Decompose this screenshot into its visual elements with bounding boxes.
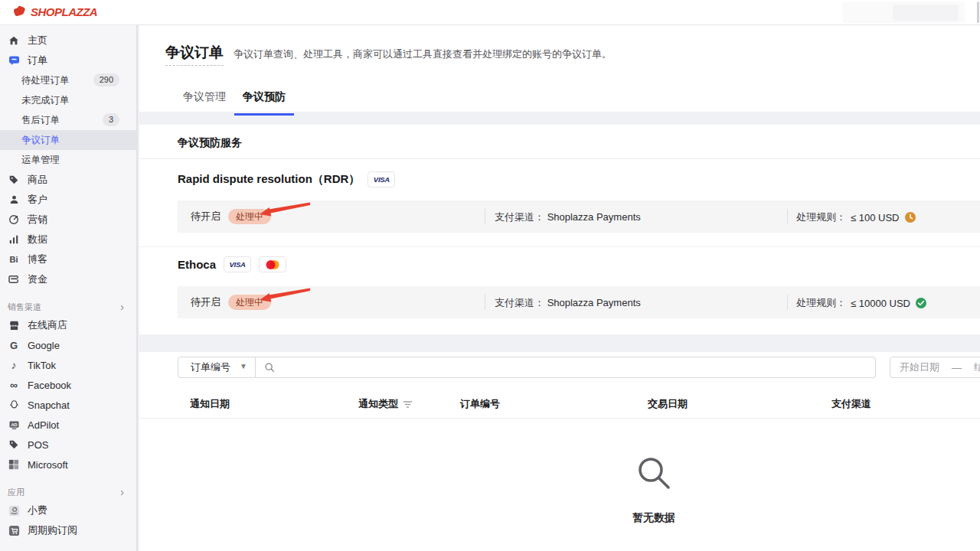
sidebar-item-subscription[interactable]: 周期购订阅 bbox=[0, 520, 136, 540]
search-input[interactable] bbox=[281, 362, 848, 373]
sidebar-section-sales-channels[interactable]: 销售渠道 › bbox=[0, 298, 136, 315]
sidebar-item-adpilot[interactable]: AD AdPilot bbox=[0, 415, 136, 435]
sidebar-item-marketing[interactable]: 营销 bbox=[0, 210, 136, 230]
page-description: 争议订单查询、处理工具，商家可以通过工具直接查看并处理绑定的账号的争议订单。 bbox=[234, 47, 612, 61]
sidebar-item-snapchat[interactable]: Snapchat bbox=[0, 395, 136, 415]
orders-icon bbox=[8, 54, 20, 67]
sidebar-item-orders[interactable]: 订单 bbox=[0, 51, 136, 70]
snapchat-icon bbox=[8, 399, 20, 411]
visa-icon: VISA bbox=[374, 175, 390, 184]
filter-icon[interactable] bbox=[403, 400, 413, 409]
products-icon bbox=[8, 174, 20, 186]
sidebar-item-label: 售后订单 bbox=[21, 114, 60, 127]
tab-dispute-management[interactable]: 争议管理 bbox=[175, 84, 234, 116]
google-icon: G bbox=[8, 339, 20, 351]
sidebar-item-customers[interactable]: 客户 bbox=[0, 190, 136, 210]
logo-text: SHOPLAZZA bbox=[31, 5, 97, 18]
chevron-right-icon: › bbox=[120, 486, 124, 498]
sidebar-item-label: 客户 bbox=[28, 193, 47, 207]
sidebar-item-label: Snapchat bbox=[28, 399, 70, 411]
divider bbox=[139, 246, 980, 247]
online-store-icon bbox=[8, 319, 20, 331]
visa-icon: VISA bbox=[230, 260, 246, 269]
sidebar-item-label: 在线商店 bbox=[28, 318, 67, 332]
search-type-select[interactable]: 订单编号 ▼ bbox=[178, 357, 256, 378]
sidebar-item-home[interactable]: 主页 bbox=[0, 31, 136, 51]
visa-badge: VISA bbox=[368, 171, 395, 187]
rule-value: ≤ 10000 USD bbox=[851, 298, 910, 309]
annotation-arrow-icon bbox=[260, 201, 313, 219]
tab-dispute-prevention[interactable]: 争议预防 bbox=[234, 84, 294, 116]
pos-icon bbox=[8, 439, 20, 451]
blog-icon: Bi bbox=[8, 253, 20, 266]
sidebar-item-label: 小费 bbox=[28, 504, 47, 517]
count-badge: 3 bbox=[103, 113, 119, 126]
redacted-user-info bbox=[893, 5, 959, 21]
empty-state-search-icon bbox=[635, 454, 673, 492]
status-text: 待开启 bbox=[191, 210, 220, 223]
sidebar-item-google[interactable]: G Google bbox=[0, 335, 136, 355]
date-range-picker[interactable]: 开始日期 — 结束日期 bbox=[890, 357, 980, 378]
sidebar-item-label: 博客 bbox=[28, 253, 47, 266]
search-type-value: 订单编号 bbox=[191, 360, 230, 374]
rule-label: 处理规则： ≤ 100 USD bbox=[796, 210, 916, 224]
divider bbox=[485, 295, 485, 310]
sidebar-item-analytics[interactable]: 数据 bbox=[0, 230, 136, 249]
service-title-ethoca: Ethoca VISA bbox=[178, 256, 286, 272]
microsoft-icon bbox=[8, 458, 20, 471]
sidebar-item-microsoft[interactable]: Microsoft bbox=[0, 455, 136, 474]
sidebar-item-waybill[interactable]: 运单管理 bbox=[0, 150, 136, 170]
end-date-placeholder: 结束日期 bbox=[974, 360, 980, 374]
clock-icon bbox=[904, 211, 916, 223]
dispute-prevention-card: 争议预防服务 Rapid dispute resolution（RDR） VIS… bbox=[139, 125, 980, 334]
sidebar-item-label: 订单 bbox=[28, 54, 47, 67]
shoplazza-logo[interactable]: SHOPLAZZA bbox=[12, 5, 97, 18]
sidebar-item-label: 待处理订单 bbox=[21, 74, 70, 87]
rule-label: 处理规则： ≤ 10000 USD bbox=[796, 296, 927, 310]
sidebar-item-facebook[interactable]: ∞ Facebook bbox=[0, 375, 136, 395]
sidebar-section-apps[interactable]: 应用 › bbox=[0, 484, 136, 500]
check-icon bbox=[915, 297, 927, 309]
service-status-row-rdr: 待开启 处理中 支付渠道： Shoplazza Payments 处理规则： ≤… bbox=[178, 201, 980, 233]
sidebar-item-label: 资金 bbox=[28, 272, 47, 286]
sidebar-item-label: Google bbox=[28, 340, 60, 351]
sidebar-item-blog[interactable]: Bi 博客 bbox=[0, 249, 136, 269]
start-date-placeholder: 开始日期 bbox=[900, 360, 939, 374]
sidebar-item-incomplete-orders[interactable]: 未完成订单 bbox=[0, 90, 136, 110]
sidebar-item-tips[interactable]: 小费 bbox=[0, 500, 136, 520]
tab-bar: 争议管理 争议预防 bbox=[175, 84, 294, 116]
page-title: 争议订单 bbox=[165, 43, 224, 66]
svg-text:AD: AD bbox=[11, 422, 17, 426]
sidebar-section-label: 应用 bbox=[8, 487, 24, 498]
sidebar-item-label: POS bbox=[28, 439, 48, 451]
tips-icon bbox=[8, 504, 20, 517]
divider bbox=[787, 295, 788, 310]
facebook-meta-icon: ∞ bbox=[8, 379, 20, 391]
date-range-separator: — bbox=[952, 362, 962, 373]
table-header-row: 通知日期 通知类型 订单编号 交易日期 支付渠道 bbox=[139, 387, 980, 419]
sidebar-item-dispute-orders[interactable]: 争议订单 bbox=[0, 130, 136, 150]
search-icon bbox=[264, 362, 275, 373]
column-header-payment-channel: 支付渠道 bbox=[831, 397, 871, 411]
shoplazza-logo-icon bbox=[12, 5, 26, 18]
sidebar-item-tiktok[interactable]: ♪ TikTok bbox=[0, 355, 136, 375]
service-status-row-ethoca: 待开启 处理中 支付渠道： Shoplazza Payments 处理规则： ≤… bbox=[178, 286, 980, 318]
sidebar-item-label: 营销 bbox=[28, 213, 47, 227]
sidebar-item-label: Facebook bbox=[28, 380, 71, 391]
sidebar: 主页 订单 待处理订单 290 未完成订单 售后订单 3 争议订单 运单管理 商… bbox=[0, 25, 138, 551]
sidebar-item-label: 争议订单 bbox=[21, 134, 60, 147]
sidebar-item-online-store[interactable]: 在线商店 bbox=[0, 315, 136, 335]
sidebar-item-funds[interactable]: 资金 bbox=[0, 269, 136, 289]
divider bbox=[787, 209, 788, 224]
scrollbar[interactable] bbox=[977, 2, 979, 23]
home-icon bbox=[8, 34, 20, 47]
sidebar-item-label: 商品 bbox=[28, 173, 47, 187]
section-header: 争议预防服务 bbox=[139, 125, 980, 159]
sidebar-item-label: 主页 bbox=[28, 34, 47, 47]
sidebar-item-pos[interactable]: POS bbox=[0, 435, 136, 455]
channel-label: 支付渠道： Shoplazza Payments bbox=[495, 296, 641, 310]
sidebar-item-products[interactable]: 商品 bbox=[0, 170, 136, 190]
sidebar-item-aftersale-orders[interactable]: 售后订单 3 bbox=[0, 110, 136, 130]
sidebar-item-pending-orders[interactable]: 待处理订单 290 bbox=[0, 70, 136, 90]
sidebar-item-label: AdPilot bbox=[28, 419, 59, 431]
